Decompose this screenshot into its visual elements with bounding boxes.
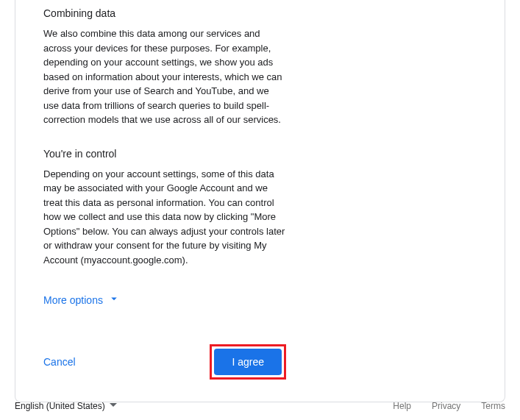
more-options-label: More options	[43, 294, 103, 306]
chevron-down-icon	[107, 292, 121, 307]
heading-combining-data: Combining data	[43, 0, 286, 19]
language-label: English (United States)	[15, 401, 105, 411]
agree-highlight-box: I agree	[210, 344, 286, 380]
footer-links: Help Privacy Terms	[393, 401, 505, 411]
text-combining-data: We also combine this data among our serv…	[43, 26, 286, 127]
agree-button[interactable]: I agree	[214, 349, 282, 375]
section-combining-data: Combining data We also combine this data…	[43, 0, 286, 127]
text-in-control: Depending on your account settings, some…	[43, 167, 286, 268]
heading-in-control: You're in control	[43, 140, 286, 160]
language-selector[interactable]: English (United States)	[15, 401, 117, 411]
action-row: Cancel I agree	[43, 344, 286, 380]
consent-content: Combining data We also combine this data…	[43, 0, 286, 380]
help-link[interactable]: Help	[393, 401, 411, 411]
footer: English (United States) Help Privacy Ter…	[0, 392, 520, 420]
cancel-button[interactable]: Cancel	[43, 356, 76, 368]
caret-down-icon	[110, 401, 117, 411]
section-in-control: You're in control Depending on your acco…	[43, 140, 286, 268]
terms-link[interactable]: Terms	[481, 401, 505, 411]
consent-card: Combining data We also combine this data…	[15, 0, 505, 402]
more-options-toggle[interactable]: More options	[43, 292, 121, 307]
privacy-link[interactable]: Privacy	[432, 401, 460, 411]
